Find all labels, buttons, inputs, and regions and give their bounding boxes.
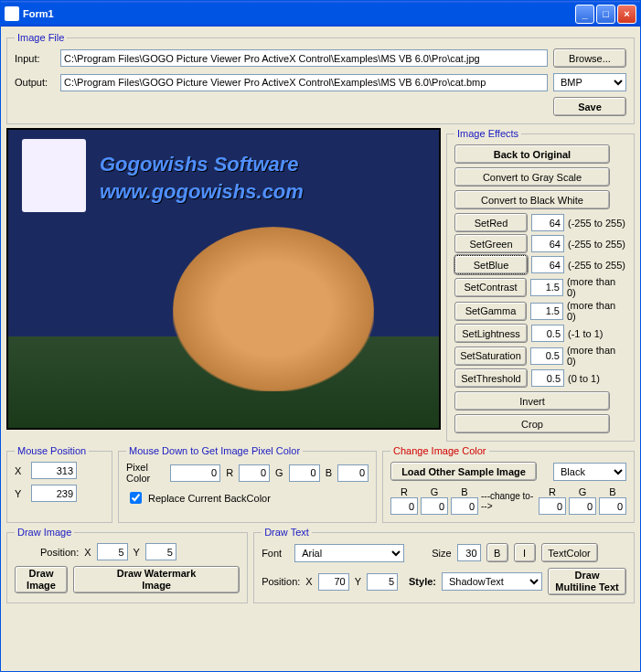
format-select[interactable]: BMP	[553, 73, 626, 91]
draw-img-x-label: X	[84, 547, 91, 558]
effect-hint: (-255 to 255)	[568, 239, 625, 250]
mouse-y	[31, 485, 77, 502]
style-label: Style:	[409, 576, 436, 587]
to-r[interactable]	[539, 497, 566, 515]
effect-setthreshold-button[interactable]: SetThreshold	[454, 368, 528, 388]
pixel-r	[239, 464, 270, 482]
pixel-b	[337, 464, 369, 482]
mouse-position-group: Mouse Position X Y	[6, 445, 112, 523]
to-b[interactable]	[599, 497, 626, 515]
text-pos-label: Position:	[262, 576, 300, 587]
text-x[interactable]	[318, 573, 349, 591]
effect-setsaturation-value[interactable]	[530, 347, 563, 365]
output-label: Output:	[15, 77, 55, 88]
font-size[interactable]	[457, 544, 481, 561]
to-g-label: G	[579, 486, 587, 497]
replace-backcolor-input[interactable]	[130, 492, 142, 504]
effect-setblue-button[interactable]: SetBlue	[454, 255, 528, 274]
gray-scale-button[interactable]: Convert to Gray Scale	[454, 167, 610, 187]
draw-watermark-button[interactable]: Draw Watermark Image	[73, 566, 240, 593]
effects-legend: Image Effects	[454, 128, 521, 139]
watermark-line2: www.gogowishs.com	[100, 180, 304, 204]
text-y[interactable]	[367, 573, 398, 591]
preview-cat	[173, 227, 374, 391]
effect-setlightness-button[interactable]: SetLightness	[454, 324, 528, 343]
mouse-down-legend: Mouse Down to Get Image Pixel Color	[126, 445, 303, 456]
from-b[interactable]	[451, 497, 478, 515]
bold-button[interactable]: B	[486, 543, 508, 562]
effect-setblue-value[interactable]	[531, 256, 564, 273]
text-x-label: X	[305, 576, 312, 587]
to-r-label: R	[549, 486, 556, 497]
output-path[interactable]	[60, 74, 548, 91]
b-label: B	[326, 467, 332, 478]
window-title: Form1	[23, 8, 54, 19]
style-select[interactable]: ShadowText	[442, 572, 542, 591]
maximize-button[interactable]: □	[596, 5, 615, 24]
draw-text-legend: Draw Text	[262, 527, 312, 538]
preview-logo	[22, 139, 86, 212]
effect-setgamma-value[interactable]	[530, 303, 563, 320]
effect-setgreen-value[interactable]	[531, 235, 564, 252]
from-b-label: B	[461, 486, 467, 497]
input-path[interactable]	[60, 49, 548, 67]
effect-setcontrast-value[interactable]	[530, 279, 563, 296]
from-g[interactable]	[421, 497, 448, 515]
pixel-color	[170, 464, 220, 482]
replace-backcolor-label: Replace Current BackColor	[148, 493, 271, 504]
crop-button[interactable]: Crop	[454, 414, 610, 433]
effect-hint: (more than 0)	[567, 276, 626, 298]
effect-hint: (0 to 1)	[568, 373, 600, 384]
draw-image-button[interactable]: Draw Image	[15, 566, 68, 593]
draw-img-y[interactable]	[145, 543, 176, 560]
color-select[interactable]: Black	[553, 463, 626, 481]
image-file-group: Image File Input: Browse... Output: BMP …	[6, 32, 635, 124]
effect-setcontrast-button[interactable]: SetContrast	[454, 278, 527, 297]
titlebar: Form1 _ □ ×	[1, 1, 640, 27]
mouse-x-label: X	[15, 465, 26, 476]
effect-setgreen-button[interactable]: SetGreen	[454, 234, 528, 253]
from-g-label: G	[431, 486, 439, 497]
main-window: Form1 _ □ × Image File Input: Browse... …	[0, 0, 641, 672]
mouse-x	[31, 462, 77, 479]
mouse-pos-legend: Mouse Position	[15, 445, 89, 456]
effect-setlightness-value[interactable]	[531, 325, 564, 342]
replace-backcolor-checkbox[interactable]: Replace Current BackColor	[126, 489, 369, 507]
watermark-line1: Gogowishs Software	[100, 153, 299, 176]
back-to-original-button[interactable]: Back to Original	[454, 144, 610, 164]
effect-setthreshold-value[interactable]	[531, 369, 564, 387]
change-color-group: Change Image Color Load Other Sample Ima…	[382, 445, 635, 523]
font-select[interactable]: Arial	[294, 544, 404, 562]
to-g[interactable]	[569, 497, 596, 515]
effect-setgamma-button[interactable]: SetGamma	[454, 302, 527, 321]
effect-hint: (-255 to 255)	[568, 218, 625, 229]
black-white-button[interactable]: Convert to Black White	[454, 190, 610, 209]
text-y-label: Y	[355, 576, 361, 587]
pixel-color-label: Pixel Color	[126, 462, 165, 484]
size-label: Size	[432, 548, 451, 559]
effect-setsaturation-button[interactable]: SetSaturation	[454, 347, 527, 366]
close-button[interactable]: ×	[617, 5, 636, 24]
effect-hint: (more than 0)	[567, 300, 626, 322]
italic-button[interactable]: I	[514, 543, 536, 562]
from-r[interactable]	[390, 497, 418, 515]
draw-text-button[interactable]: Draw Multiline Text	[548, 568, 626, 595]
minimize-button[interactable]: _	[575, 5, 594, 24]
draw-img-x[interactable]	[97, 543, 128, 560]
text-color-button[interactable]: TextColor	[541, 543, 598, 562]
app-icon	[5, 6, 19, 21]
mouse-down-group: Mouse Down to Get Image Pixel Color Pixe…	[118, 445, 377, 523]
invert-button[interactable]: Invert	[454, 391, 610, 411]
save-button[interactable]: Save	[553, 97, 626, 116]
load-sample-button[interactable]: Load Other Sample Image	[390, 462, 537, 481]
effect-setred-button[interactable]: SetRed	[454, 213, 528, 232]
r-label: R	[226, 467, 233, 478]
effect-setred-value[interactable]	[531, 214, 564, 231]
change-arrow: ---change to--->	[481, 491, 536, 511]
image-effects-group: Image Effects Back to Original Convert t…	[446, 128, 635, 442]
change-color-legend: Change Image Color	[390, 445, 489, 456]
image-preview[interactable]: Gogowishs Software www.gogowishs.com	[6, 128, 441, 430]
browse-button[interactable]: Browse...	[553, 48, 626, 68]
input-label: Input:	[15, 53, 55, 64]
draw-image-group: Draw Image Position: X Y Draw Image Draw…	[6, 527, 248, 603]
